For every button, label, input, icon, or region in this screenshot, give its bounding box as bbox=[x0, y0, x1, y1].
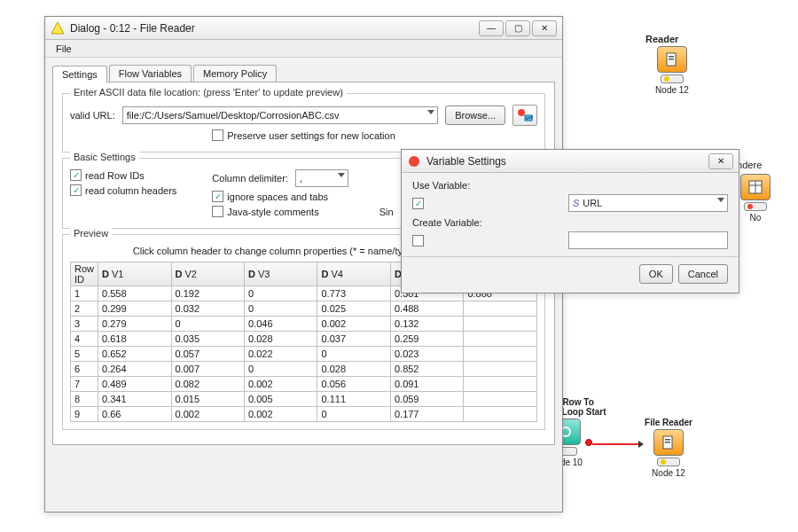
table-cell: 0 bbox=[244, 301, 317, 317]
titlebar[interactable]: Dialog - 0:12 - File Reader — ▢ ✕ bbox=[45, 17, 562, 40]
use-variable-field[interactable]: S URL bbox=[568, 194, 728, 212]
table-cell: 0.132 bbox=[390, 317, 463, 332]
table-cell: 2 bbox=[71, 301, 98, 317]
url-label: valid URL: bbox=[70, 110, 115, 121]
menu-file[interactable]: File bbox=[51, 42, 77, 56]
table-cell: 5 bbox=[71, 347, 98, 362]
table-cell: 0.005 bbox=[244, 392, 317, 407]
flow-variable-icon-button[interactable]: v=? bbox=[512, 105, 537, 126]
file-reader-icon bbox=[653, 429, 684, 456]
node-id-label: Node 12 bbox=[652, 468, 685, 478]
use-variable-label: Use Variable: bbox=[412, 180, 728, 191]
checkbox-icon bbox=[212, 129, 223, 141]
table-cell: 1 bbox=[71, 286, 98, 301]
table-cell: 0.091 bbox=[390, 377, 463, 392]
table-cell bbox=[464, 317, 537, 332]
ok-button[interactable]: OK bbox=[639, 264, 673, 284]
doc-icon bbox=[661, 434, 677, 450]
chevron-down-icon bbox=[427, 110, 434, 114]
group-preview-legend: Preview bbox=[70, 228, 112, 239]
close-button[interactable]: ✕ bbox=[708, 153, 733, 169]
node-file-reader[interactable]: File Reader Node 12 bbox=[637, 406, 700, 478]
flowvar-icon: v=? bbox=[517, 108, 533, 122]
node-status-light bbox=[661, 74, 684, 83]
browse-button[interactable]: Browse... bbox=[445, 106, 505, 125]
sin-label: Sin bbox=[379, 207, 394, 217]
table-cell: 0.279 bbox=[98, 317, 171, 332]
table-cell: 0.177 bbox=[390, 407, 463, 422]
column-header[interactable]: D V3 bbox=[244, 262, 317, 286]
table-cell: 0.002 bbox=[317, 317, 390, 332]
string-var-icon: S bbox=[573, 198, 579, 208]
table-cell bbox=[464, 332, 537, 347]
svg-text:v=?: v=? bbox=[526, 115, 533, 121]
table-row[interactable]: 80.3410.0150.0050.1110.059 bbox=[71, 392, 537, 407]
table-row[interactable]: 60.2640.00700.0280.852 bbox=[71, 362, 537, 377]
ignore-spaces-label: ignore spaces and tabs bbox=[227, 192, 328, 202]
tab-settings[interactable]: Settings bbox=[52, 66, 107, 82]
node-id-label: No bbox=[750, 213, 762, 223]
create-variable-field[interactable] bbox=[568, 231, 728, 249]
checkbox-icon bbox=[212, 206, 223, 217]
table-cell: 0.002 bbox=[244, 407, 317, 422]
use-variable-value: URL bbox=[583, 198, 602, 208]
table-cell: 0.299 bbox=[98, 301, 171, 317]
use-variable-checkbox[interactable]: ✓ bbox=[412, 198, 424, 209]
table-cell bbox=[464, 347, 537, 362]
table-row[interactable]: 40.6180.0350.0280.0370.259 bbox=[71, 332, 537, 347]
ok-label: OK bbox=[649, 269, 663, 279]
tab-flow-variables[interactable]: Flow Variables bbox=[109, 65, 192, 82]
svg-rect-8 bbox=[665, 442, 670, 443]
ignore-spaces-checkbox[interactable]: ✓ ignore spaces and tabs bbox=[212, 191, 328, 202]
table-cell bbox=[464, 301, 537, 317]
node-id-label: Node 12 bbox=[655, 85, 689, 95]
svg-point-9 bbox=[518, 109, 525, 116]
tab-memory-policy[interactable]: Memory Policy bbox=[193, 65, 277, 82]
titlebar[interactable]: Variable Settings ✕ bbox=[402, 150, 739, 173]
browse-label: Browse... bbox=[455, 110, 496, 121]
cancel-button[interactable]: Cancel bbox=[678, 264, 728, 284]
table-cell bbox=[464, 362, 537, 377]
column-header[interactable]: Row ID bbox=[71, 262, 98, 286]
table-cell: 7 bbox=[71, 377, 98, 392]
bg-node-reader: Reader bbox=[645, 34, 678, 44]
table-row[interactable]: 30.27900.0460.0020.132 bbox=[71, 317, 537, 332]
table-cell: 0.66 bbox=[98, 407, 171, 422]
col-delim-label: Column delimiter: bbox=[212, 173, 288, 184]
read-row-ids-checkbox[interactable]: ✓ read Row IDs bbox=[70, 169, 145, 181]
table-row[interactable]: 50.6520.0570.02200.023 bbox=[71, 347, 537, 362]
table-cell: 0.007 bbox=[171, 362, 244, 377]
knime-icon bbox=[51, 21, 65, 35]
maximize-button[interactable]: ▢ bbox=[505, 20, 530, 36]
table-cell: 6 bbox=[71, 362, 98, 377]
read-col-headers-checkbox[interactable]: ✓ read column headers bbox=[70, 184, 176, 196]
url-field[interactable]: file:/C:/Users/Samuel/Desktop/CorrosionA… bbox=[122, 106, 438, 124]
table-cell: 0 bbox=[317, 407, 390, 422]
table-row[interactable]: 70.4890.0820.0020.0560.091 bbox=[71, 377, 537, 392]
preserve-checkbox[interactable]: Preserve user settings for new location bbox=[212, 129, 395, 141]
minimize-button[interactable]: — bbox=[479, 20, 504, 36]
table-cell: 0.558 bbox=[98, 286, 171, 301]
column-header[interactable]: D V2 bbox=[171, 262, 244, 286]
column-header[interactable]: D V4 bbox=[317, 262, 390, 286]
table-cell bbox=[464, 392, 537, 407]
group-location: Enter ASCII data file location: (press '… bbox=[62, 93, 545, 153]
table-cell: 3 bbox=[71, 317, 98, 332]
java-comments-checkbox[interactable]: Java-style comments bbox=[212, 206, 318, 217]
table-cell: 0.259 bbox=[390, 332, 463, 347]
column-header[interactable]: D V1 bbox=[98, 262, 171, 286]
table-cell: 0.025 bbox=[317, 301, 390, 317]
read-row-ids-label: read Row IDs bbox=[85, 170, 145, 181]
table-cell: 0.489 bbox=[98, 377, 171, 392]
create-variable-checkbox[interactable] bbox=[412, 235, 424, 246]
window-title: Variable Settings bbox=[426, 155, 708, 168]
url-value: file:/C:/Users/Samuel/Desktop/CorrosionA… bbox=[127, 110, 340, 121]
window-title: Dialog - 0:12 - File Reader bbox=[70, 22, 479, 35]
table-cell: 0.002 bbox=[171, 407, 244, 422]
bg-node-12-top[interactable]: Node 12 bbox=[645, 46, 699, 95]
table-cell: 0.082 bbox=[171, 377, 244, 392]
table-row[interactable]: 90.660.0020.00200.177 bbox=[71, 407, 537, 422]
col-delim-field[interactable]: , bbox=[295, 169, 348, 187]
close-button[interactable]: ✕ bbox=[532, 20, 557, 36]
table-row[interactable]: 20.2990.03200.0250.488 bbox=[71, 301, 537, 317]
